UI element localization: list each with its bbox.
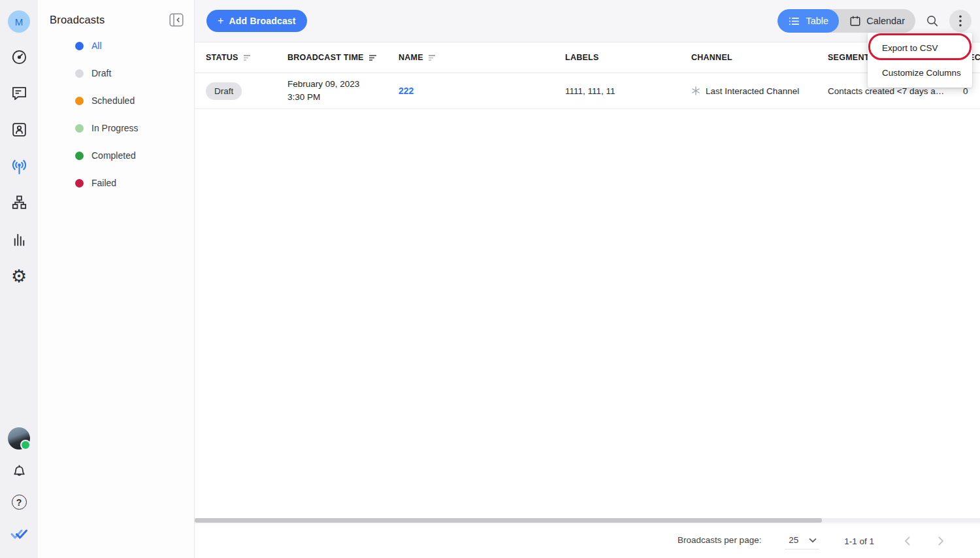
view-toggle: Table Calendar (777, 9, 915, 33)
status-dot-scheduled (75, 97, 84, 105)
table-list-icon (788, 16, 800, 27)
table-row[interactable]: Draft February 09, 2023 3:30 PM 222 1111… (195, 73, 980, 109)
column-header-labels[interactable]: LABELS (565, 53, 691, 62)
user-avatar-photo (8, 427, 30, 450)
icon-rail: M ⚙ (0, 0, 38, 558)
per-page-select[interactable]: 25 (785, 533, 819, 550)
per-page-control: Broadcasts per page: 25 (678, 533, 819, 550)
filter-label: All (91, 41, 102, 51)
horizontal-scrollbar[interactable] (195, 518, 980, 523)
per-page-label: Broadcasts per page: (678, 535, 761, 545)
filter-all[interactable]: All (38, 32, 194, 59)
filter-completed[interactable]: Completed (38, 142, 194, 169)
table-header-row: STATUS BROADCAST TIME NAME LABELS CHANNE… (195, 42, 980, 73)
previous-page-icon[interactable] (892, 536, 921, 546)
help-icon[interactable]: ? (0, 495, 38, 510)
settings-gear-icon[interactable]: ⚙ (0, 267, 38, 285)
reports-icon[interactable] (0, 231, 38, 249)
notifications-bell-icon[interactable] (0, 462, 38, 480)
more-options-kebab-icon[interactable] (949, 10, 972, 32)
inbox-chat-icon[interactable] (0, 84, 38, 102)
collapse-sidebar-icon[interactable] (169, 13, 184, 27)
status-dot-completed (75, 152, 84, 160)
broadcasts-icon[interactable] (0, 157, 38, 176)
column-header-broadcast-time[interactable]: BROADCAST TIME (287, 53, 399, 62)
status-dot-all (75, 42, 84, 50)
user-avatar[interactable] (0, 427, 38, 450)
calendar-view-button[interactable]: Calendar (839, 9, 915, 33)
cell-name: 222 (399, 86, 565, 96)
status-badge: Draft (206, 82, 242, 100)
calendar-view-label: Calendar (866, 16, 905, 26)
cell-labels: 1111, 111, 11 (565, 86, 691, 96)
calendar-icon (849, 15, 861, 27)
contacts-icon[interactable] (0, 121, 38, 139)
filter-label: Completed (91, 150, 136, 161)
status-filter-list: All Draft Scheduled In Progress Complete… (38, 32, 194, 197)
filter-label: Draft (91, 68, 111, 78)
workspace-avatar[interactable]: M (0, 10, 38, 33)
broadcasts-sidebar: Broadcasts All Draft Scheduled In Progre… (38, 0, 195, 558)
main-content: + Add Broadcast Table Calendar (195, 0, 980, 558)
more-options-menu: Export to CSV Customize Columns (868, 33, 972, 88)
sort-icon (428, 54, 436, 61)
filter-draft[interactable]: Draft (38, 59, 194, 87)
filter-scheduled[interactable]: Scheduled (38, 87, 194, 114)
cell-status: Draft (206, 82, 287, 100)
cell-broadcast-time: February 09, 2023 3:30 PM (287, 78, 399, 104)
status-dot-failed (75, 179, 84, 188)
app-logo-icon (0, 527, 38, 542)
column-header-channel[interactable]: CHANNEL (691, 53, 828, 62)
menu-item-customize-columns[interactable]: Customize Columns (868, 61, 972, 84)
pagination-bar: Broadcasts per page: 25 1-1 of 1 (195, 523, 980, 558)
add-broadcast-button[interactable]: + Add Broadcast (206, 10, 307, 32)
filter-label: In Progress (91, 123, 139, 133)
cell-channel: Last Interacted Channel (691, 86, 828, 96)
search-icon[interactable] (925, 14, 939, 28)
sort-icon (243, 54, 252, 61)
broadcast-time: 3:30 PM (287, 91, 399, 104)
status-dot-draft (75, 69, 84, 78)
page-range-label: 1-1 of 1 (844, 536, 874, 546)
broadcast-name-link[interactable]: 222 (399, 86, 414, 96)
table-view-label: Table (806, 16, 828, 26)
workflows-icon[interactable] (0, 194, 38, 212)
workspace-avatar-initial: M (8, 10, 30, 33)
toolbar: + Add Broadcast Table Calendar (195, 0, 980, 42)
filter-in-progress[interactable]: In Progress (38, 114, 194, 142)
sort-icon-active (368, 54, 377, 61)
filter-failed[interactable]: Failed (38, 169, 194, 197)
column-header-name[interactable]: NAME (399, 53, 565, 62)
table-view-button[interactable]: Table (777, 9, 839, 33)
channel-asterisk-icon (691, 86, 700, 95)
dashboard-icon[interactable] (0, 48, 38, 66)
status-dot-in-progress (75, 124, 84, 133)
menu-item-export-csv[interactable]: Export to CSV (868, 35, 972, 61)
page-title: Broadcasts (50, 14, 105, 26)
chevron-down-icon (809, 538, 817, 543)
plus-icon: + (218, 15, 224, 27)
broadcast-date: February 09, 2023 (287, 78, 399, 91)
add-broadcast-label: Add Broadcast (229, 16, 296, 26)
next-page-icon[interactable] (926, 536, 955, 546)
per-page-value: 25 (789, 535, 798, 545)
channel-name: Last Interacted Channel (706, 86, 799, 96)
column-header-status[interactable]: STATUS (206, 53, 287, 62)
filter-label: Failed (91, 178, 116, 188)
filter-label: Scheduled (91, 95, 135, 106)
scrollbar-thumb[interactable] (195, 518, 822, 523)
